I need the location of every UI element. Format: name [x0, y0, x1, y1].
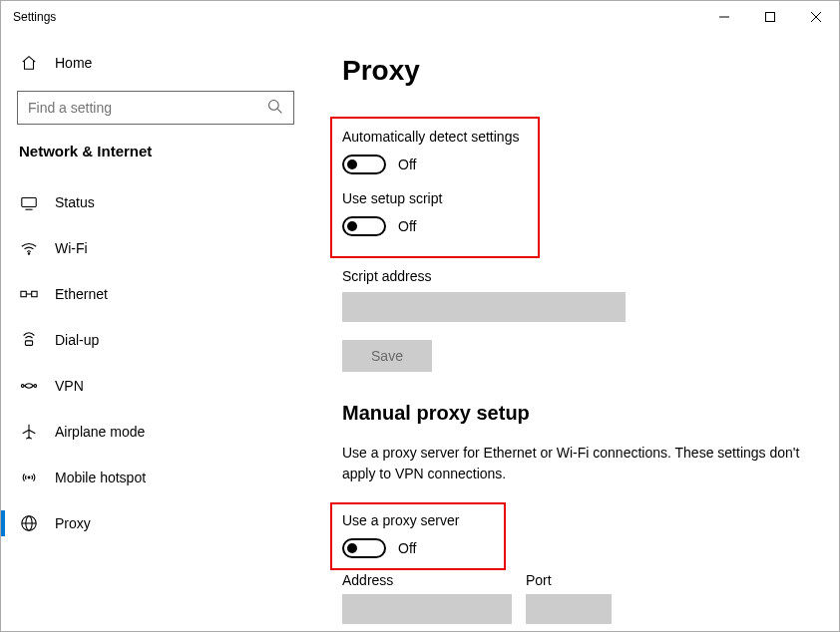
- window-title: Settings: [13, 10, 56, 24]
- svg-rect-1: [766, 13, 775, 22]
- sidebar-item-ethernet[interactable]: Ethernet: [1, 271, 310, 317]
- close-button[interactable]: [793, 1, 839, 33]
- sidebar-item-label: Ethernet: [55, 286, 108, 302]
- search-icon: [267, 99, 283, 118]
- home-label: Home: [55, 55, 92, 71]
- save-button[interactable]: Save: [342, 340, 432, 372]
- ethernet-icon: [19, 285, 39, 303]
- address-label: Address: [342, 572, 512, 588]
- sidebar-item-proxy[interactable]: Proxy: [1, 500, 310, 546]
- sidebar-item-label: Status: [55, 194, 95, 210]
- page-title: Proxy: [342, 55, 809, 87]
- dialup-icon: [19, 331, 39, 349]
- sidebar-item-label: Mobile hotspot: [55, 470, 146, 485]
- use-proxy-toggle[interactable]: [342, 538, 386, 558]
- address-input[interactable]: [342, 594, 512, 624]
- sidebar-item-label: Proxy: [55, 515, 91, 531]
- title-bar: Settings: [1, 1, 839, 33]
- script-address-label: Script address: [342, 268, 809, 284]
- svg-point-4: [269, 100, 279, 110]
- port-input[interactable]: [526, 594, 612, 624]
- search-box[interactable]: [17, 91, 294, 125]
- sidebar-item-label: Dial-up: [55, 332, 99, 348]
- status-icon: [19, 193, 39, 211]
- use-proxy-state: Off: [398, 540, 416, 556]
- sidebar-item-label: Wi-Fi: [55, 240, 88, 256]
- auto-detect-toggle[interactable]: [342, 155, 386, 174]
- window-controls: [701, 1, 839, 33]
- setup-script-state: Off: [398, 218, 416, 234]
- auto-detect-state: Off: [398, 157, 416, 172]
- manual-description: Use a proxy server for Ethernet or Wi-Fi…: [342, 443, 801, 484]
- maximize-button[interactable]: [747, 1, 793, 33]
- home-icon: [19, 54, 39, 72]
- sidebar-item-hotspot[interactable]: Mobile hotspot: [1, 455, 310, 500]
- setup-script-toggle[interactable]: [342, 216, 386, 236]
- manual-heading: Manual proxy setup: [342, 402, 809, 425]
- sidebar-item-airplane[interactable]: Airplane mode: [1, 409, 310, 455]
- sidebar-item-vpn[interactable]: VPN: [1, 363, 310, 409]
- sidebar-item-dialup[interactable]: Dial-up: [1, 317, 310, 363]
- svg-point-13: [21, 385, 24, 388]
- auto-detect-label: Automatically detect settings: [342, 129, 528, 145]
- sidebar-item-label: Airplane mode: [55, 424, 145, 440]
- hotspot-icon: [19, 469, 39, 486]
- svg-point-15: [28, 476, 30, 478]
- auto-proxy-highlight: Automatically detect settings Off Use se…: [330, 117, 540, 258]
- use-proxy-highlight: Use a proxy server Off: [330, 502, 506, 570]
- vpn-icon: [19, 377, 39, 395]
- svg-rect-12: [25, 341, 32, 346]
- port-label: Port: [526, 572, 612, 588]
- svg-rect-10: [32, 291, 37, 296]
- search-input[interactable]: [28, 100, 267, 116]
- sidebar-item-label: VPN: [55, 378, 84, 394]
- main-content: Proxy Automatically detect settings Off …: [310, 33, 839, 631]
- setup-script-label: Use setup script: [342, 190, 528, 206]
- svg-line-5: [277, 109, 281, 113]
- sidebar-item-status[interactable]: Status: [1, 179, 310, 225]
- airplane-icon: [19, 423, 39, 441]
- svg-point-14: [34, 385, 37, 388]
- proxy-icon: [19, 514, 39, 532]
- minimize-button[interactable]: [701, 1, 747, 33]
- wifi-icon: [19, 239, 39, 257]
- sidebar-item-wifi[interactable]: Wi-Fi: [1, 225, 310, 271]
- use-proxy-label: Use a proxy server: [342, 512, 494, 528]
- svg-point-8: [28, 253, 29, 254]
- script-address-input[interactable]: [342, 292, 626, 322]
- svg-rect-9: [21, 291, 26, 296]
- home-nav[interactable]: Home: [1, 43, 310, 83]
- category-header: Network & Internet: [1, 143, 310, 179]
- svg-rect-6: [22, 198, 36, 207]
- sidebar: Home Network & Internet Status Wi-Fi: [1, 33, 310, 631]
